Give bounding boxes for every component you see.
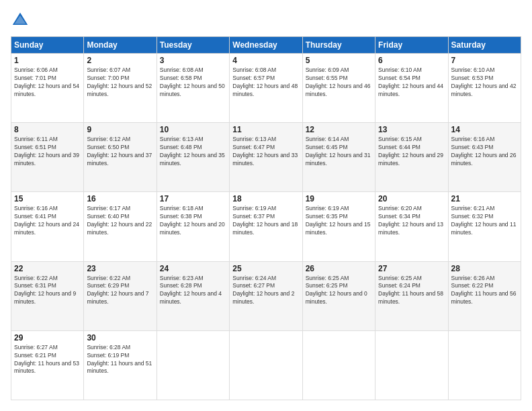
sunset-label: Sunset: 6:32 PM [451,213,494,220]
sunset-label: Sunset: 6:35 PM [306,213,348,220]
sunrise-label: Sunrise: 6:20 AM [378,205,422,212]
sunrise-label: Sunrise: 6:07 AM [87,66,130,73]
day-info: Sunrise: 6:28 AM Sunset: 6:19 PM Dayligh… [87,344,153,376]
sunrise-label: Sunrise: 6:14 AM [306,136,349,142]
day-number: 30 [87,333,153,342]
day-cell: 12 Sunrise: 6:14 AM Sunset: 6:45 PM Dayl… [302,123,375,192]
day-cell: 4 Sunrise: 6:08 AM Sunset: 6:57 PM Dayli… [230,54,302,123]
day-info: Sunrise: 6:16 AM Sunset: 6:41 PM Dayligh… [14,205,81,237]
day-number: 16 [87,194,153,203]
day-cell: 6 Sunrise: 6:10 AM Sunset: 6:54 PM Dayli… [375,54,448,123]
day-info: Sunrise: 6:20 AM Sunset: 6:34 PM Dayligh… [378,205,445,237]
day-number: 29 [14,333,81,342]
sunset-label: Sunset: 6:22 PM [451,282,494,289]
sunset-label: Sunset: 6:57 PM [232,75,275,81]
day-cell: 27 Sunrise: 6:25 AM Sunset: 6:24 PM Dayl… [375,261,448,330]
sunset-label: Sunset: 6:53 PM [451,75,494,81]
sunset-label: Sunset: 6:48 PM [160,144,202,150]
day-info: Sunrise: 6:06 AM Sunset: 7:01 PM Dayligh… [14,66,81,99]
calendar-page: SundayMondayTuesdayWednesdayThursdayFrid… [0,0,532,411]
sunset-label: Sunset: 6:44 PM [378,144,420,150]
day-cell [157,330,229,400]
daylight-label: Daylight: 12 hours and 52 minutes. [87,83,152,97]
logo-icon [11,11,30,30]
daylight-label: Daylight: 12 hours and 46 minutes. [306,83,371,97]
day-cell: 25 Sunrise: 6:24 AM Sunset: 6:27 PM Dayl… [230,261,302,330]
weekday-row: SundayMondayTuesdayWednesdayThursdayFrid… [11,37,521,54]
sunrise-label: Sunrise: 6:25 AM [306,275,349,281]
day-info: Sunrise: 6:21 AM Sunset: 6:32 PM Dayligh… [451,205,518,237]
day-info: Sunrise: 6:14 AM Sunset: 6:45 PM Dayligh… [306,136,372,168]
weekday-header-sunday: Sunday [11,37,84,54]
day-cell: 13 Sunrise: 6:15 AM Sunset: 6:44 PM Dayl… [375,123,448,192]
sunset-label: Sunset: 6:31 PM [14,282,56,289]
day-cell: 18 Sunrise: 6:19 AM Sunset: 6:37 PM Dayl… [230,192,302,261]
day-number: 21 [451,194,518,203]
day-cell: 11 Sunrise: 6:13 AM Sunset: 6:47 PM Dayl… [230,123,302,192]
day-cell [302,330,375,400]
day-cell: 9 Sunrise: 6:12 AM Sunset: 6:50 PM Dayli… [84,123,157,192]
sunset-label: Sunset: 6:21 PM [14,352,56,359]
sunrise-label: Sunrise: 6:15 AM [378,136,422,142]
day-number: 19 [306,194,372,203]
daylight-label: Daylight: 12 hours and 39 minutes. [14,152,79,167]
day-info: Sunrise: 6:19 AM Sunset: 6:35 PM Dayligh… [306,205,372,237]
day-cell: 1 Sunrise: 6:06 AM Sunset: 7:01 PM Dayli… [11,54,84,123]
sunset-label: Sunset: 6:55 PM [306,75,348,81]
day-cell: 16 Sunrise: 6:17 AM Sunset: 6:40 PM Dayl… [84,192,157,261]
day-info: Sunrise: 6:22 AM Sunset: 6:29 PM Dayligh… [87,275,153,307]
daylight-label: Daylight: 12 hours and 24 minutes. [14,221,79,236]
logo [11,11,32,30]
day-info: Sunrise: 6:27 AM Sunset: 6:21 PM Dayligh… [14,344,81,376]
daylight-label: Daylight: 12 hours and 26 minutes. [451,152,517,167]
day-info: Sunrise: 6:10 AM Sunset: 6:54 PM Dayligh… [378,66,445,99]
daylight-label: Daylight: 12 hours and 33 minutes. [232,152,298,167]
daylight-label: Daylight: 12 hours and 22 minutes. [87,221,152,236]
sunset-label: Sunset: 7:01 PM [14,75,56,81]
day-cell: 15 Sunrise: 6:16 AM Sunset: 6:41 PM Dayl… [11,192,84,261]
sunrise-label: Sunrise: 6:19 AM [232,205,276,212]
day-cell: 21 Sunrise: 6:21 AM Sunset: 6:32 PM Dayl… [448,192,521,261]
weekday-header-thursday: Thursday [302,37,375,54]
weekday-header-friday: Friday [375,37,448,54]
weekday-header-monday: Monday [84,37,157,54]
daylight-label: Daylight: 12 hours and 11 minutes. [451,221,517,236]
day-number: 8 [14,125,81,134]
calendar-header: SundayMondayTuesdayWednesdayThursdayFrid… [11,37,521,54]
week-row-1: 1 Sunrise: 6:06 AM Sunset: 7:01 PM Dayli… [11,54,521,123]
sunrise-label: Sunrise: 6:18 AM [160,205,204,212]
day-info: Sunrise: 6:13 AM Sunset: 6:47 PM Dayligh… [232,136,299,168]
daylight-label: Daylight: 12 hours and 13 minutes. [378,221,443,236]
sunset-label: Sunset: 6:43 PM [451,144,494,150]
day-info: Sunrise: 6:26 AM Sunset: 6:22 PM Dayligh… [451,275,518,307]
day-info: Sunrise: 6:11 AM Sunset: 6:51 PM Dayligh… [14,136,81,168]
day-info: Sunrise: 6:07 AM Sunset: 7:00 PM Dayligh… [87,66,153,99]
day-number: 9 [87,125,153,134]
day-info: Sunrise: 6:18 AM Sunset: 6:38 PM Dayligh… [160,205,226,237]
day-number: 27 [378,264,445,273]
daylight-label: Daylight: 12 hours and 15 minutes. [306,221,371,236]
day-info: Sunrise: 6:25 AM Sunset: 6:25 PM Dayligh… [306,275,372,307]
day-cell: 2 Sunrise: 6:07 AM Sunset: 7:00 PM Dayli… [84,54,157,123]
sunrise-label: Sunrise: 6:24 AM [232,275,276,281]
daylight-label: Daylight: 12 hours and 4 minutes. [160,290,222,305]
day-info: Sunrise: 6:19 AM Sunset: 6:37 PM Dayligh… [232,205,299,237]
sunrise-label: Sunrise: 6:19 AM [306,205,349,212]
sunrise-label: Sunrise: 6:27 AM [14,344,58,351]
sunset-label: Sunset: 6:41 PM [14,213,56,220]
day-number: 25 [232,264,299,273]
day-info: Sunrise: 6:08 AM Sunset: 6:58 PM Dayligh… [160,66,226,99]
day-cell [448,330,521,400]
day-cell: 19 Sunrise: 6:19 AM Sunset: 6:35 PM Dayl… [302,192,375,261]
sunrise-label: Sunrise: 6:10 AM [451,66,495,73]
day-number: 3 [160,56,226,65]
sunset-label: Sunset: 6:38 PM [160,213,202,220]
day-cell: 28 Sunrise: 6:26 AM Sunset: 6:22 PM Dayl… [448,261,521,330]
day-number: 17 [160,194,226,203]
sunrise-label: Sunrise: 6:13 AM [160,136,204,142]
calendar-table: SundayMondayTuesdayWednesdayThursdayFrid… [11,36,521,400]
sunrise-label: Sunrise: 6:23 AM [160,275,204,281]
day-info: Sunrise: 6:15 AM Sunset: 6:44 PM Dayligh… [378,136,445,168]
sunrise-label: Sunrise: 6:16 AM [14,205,58,212]
day-cell: 20 Sunrise: 6:20 AM Sunset: 6:34 PM Dayl… [375,192,448,261]
